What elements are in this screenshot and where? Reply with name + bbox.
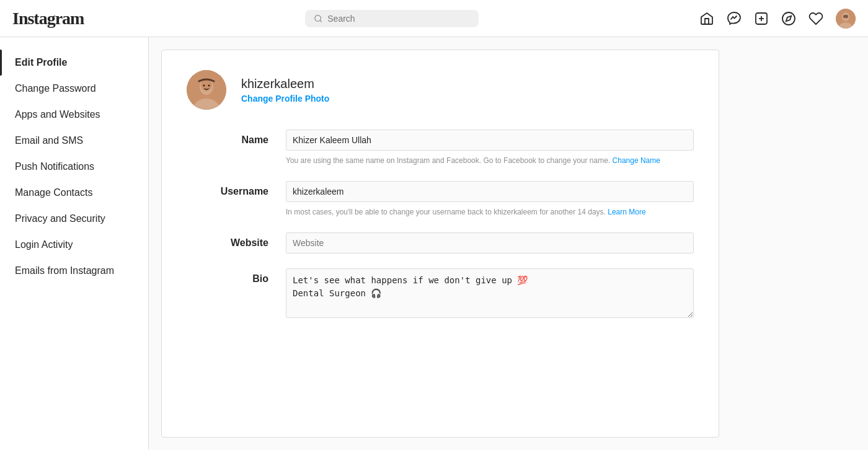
svg-point-17: [203, 85, 205, 87]
header: Instagram: [0, 0, 868, 37]
edit-profile-panel: khizerkaleem Change Profile Photo Name Y…: [161, 50, 719, 438]
sidebar-item-emails-from-instagram[interactable]: Emails from Instagram: [0, 258, 148, 284]
search-bar: [305, 10, 479, 27]
name-field-container: You are using the same name on Instagram…: [286, 130, 694, 166]
change-photo-link[interactable]: Change Profile Photo: [241, 94, 329, 104]
name-input[interactable]: [286, 130, 694, 151]
username-input[interactable]: [286, 181, 694, 202]
sidebar: Edit Profile Change Password Apps and We…: [0, 37, 149, 450]
home-icon[interactable]: [699, 11, 714, 26]
username-field-container: In most cases, you'll be able to change …: [286, 181, 694, 218]
website-field-container: [286, 232, 694, 254]
svg-point-5: [782, 12, 795, 25]
name-field-row: Name You are using the same name on Inst…: [187, 130, 694, 166]
sidebar-item-apps-and-websites[interactable]: Apps and Websites: [0, 102, 148, 128]
username-hint: In most cases, you'll be able to change …: [286, 207, 694, 218]
bio-field-container: [286, 268, 694, 320]
add-post-icon[interactable]: [754, 11, 769, 26]
profile-avatar-header[interactable]: [836, 9, 856, 29]
svg-marker-6: [786, 15, 791, 20]
bio-label: Bio: [187, 268, 286, 285]
search-icon: [314, 14, 323, 24]
bio-field-row: Bio: [187, 268, 694, 320]
learn-more-link[interactable]: Learn More: [608, 208, 645, 216]
sidebar-item-email-and-sms[interactable]: Email and SMS: [0, 128, 148, 154]
username-field-row: Username In most cases, you'll be able t…: [187, 181, 694, 218]
sidebar-item-change-password[interactable]: Change Password: [0, 76, 148, 102]
sidebar-item-privacy-and-security[interactable]: Privacy and Security: [0, 206, 148, 232]
username-label: Username: [187, 181, 286, 197]
website-input[interactable]: [286, 232, 694, 254]
name-hint: You are using the same name on Instagram…: [286, 156, 694, 166]
website-field-row: Website: [187, 232, 694, 254]
sidebar-item-manage-contacts[interactable]: Manage Contacts: [0, 180, 148, 206]
bio-textarea[interactable]: [286, 268, 694, 318]
sidebar-item-edit-profile[interactable]: Edit Profile: [0, 50, 148, 76]
profile-username: khizerkaleem: [241, 77, 329, 91]
search-input[interactable]: [327, 14, 469, 24]
header-icons: [699, 9, 856, 29]
svg-rect-11: [843, 15, 848, 18]
messenger-icon[interactable]: [727, 11, 742, 26]
explore-icon[interactable]: [781, 11, 796, 26]
svg-point-18: [208, 85, 210, 87]
main-layout: Edit Profile Change Password Apps and We…: [0, 37, 868, 450]
sidebar-item-push-notifications[interactable]: Push Notifications: [0, 154, 148, 180]
profile-avatar[interactable]: [187, 70, 226, 110]
website-label: Website: [187, 232, 286, 249]
profile-info: khizerkaleem Change Profile Photo: [241, 77, 329, 104]
activity-icon[interactable]: [808, 11, 823, 26]
instagram-logo[interactable]: Instagram: [12, 9, 84, 29]
profile-header: khizerkaleem Change Profile Photo: [187, 70, 694, 110]
sidebar-item-login-activity[interactable]: Login Activity: [0, 232, 148, 258]
change-name-link[interactable]: Change Name: [613, 156, 660, 165]
svg-point-0: [315, 15, 321, 21]
name-label: Name: [187, 130, 286, 146]
svg-line-1: [320, 20, 322, 22]
